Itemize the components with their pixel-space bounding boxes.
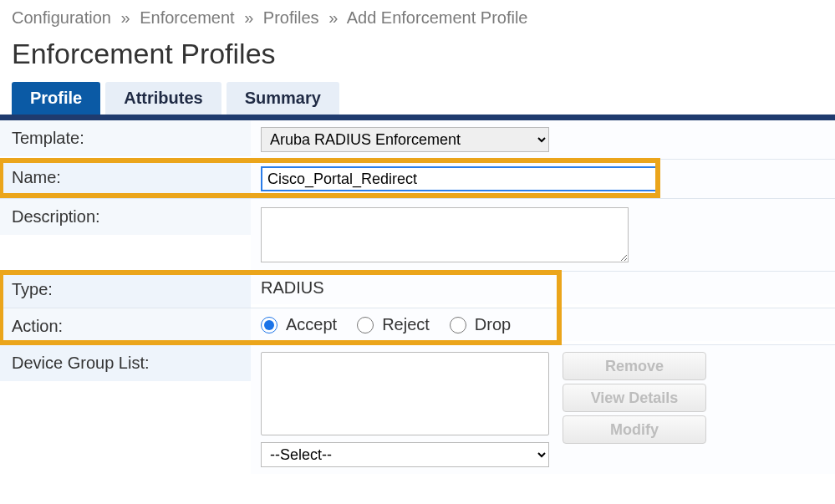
action-radio-accept[interactable]	[261, 317, 277, 333]
template-label: Template:	[0, 120, 251, 156]
row-name: Name:	[0, 160, 835, 199]
tabs: Profile Attributes Summary	[12, 82, 835, 115]
action-radio-drop[interactable]	[450, 317, 466, 333]
page-title: Enforcement Profiles	[0, 33, 835, 82]
breadcrumb-sep: »	[244, 8, 253, 27]
device-group-label: Device Group List:	[0, 345, 251, 381]
row-description: Description:	[0, 199, 835, 272]
name-label: Name:	[0, 160, 251, 196]
action-radio-drop-item[interactable]: Drop	[450, 315, 511, 334]
action-radio-group: Accept Reject Drop	[261, 315, 511, 334]
type-value: RADIUS	[261, 278, 324, 298]
action-radio-reject-item[interactable]: Reject	[357, 315, 430, 334]
breadcrumb-item: Add Enforcement Profile	[347, 8, 528, 27]
row-action: Action: Accept Reject Drop	[0, 308, 835, 345]
remove-button[interactable]: Remove	[563, 352, 706, 380]
action-radio-reject-label: Reject	[382, 315, 430, 334]
device-group-select[interactable]: --Select--	[261, 442, 549, 467]
action-radio-drop-label: Drop	[475, 315, 511, 334]
description-input[interactable]	[261, 207, 629, 262]
breadcrumb-item[interactable]: Enforcement	[140, 8, 234, 27]
tab-profile[interactable]: Profile	[12, 82, 100, 115]
row-template: Template: Aruba RADIUS Enforcement	[0, 120, 835, 160]
row-type: Type: RADIUS	[0, 272, 835, 308]
modify-button[interactable]: Modify	[563, 415, 706, 444]
name-input[interactable]	[261, 166, 657, 191]
description-label: Description:	[0, 199, 251, 235]
action-label: Action:	[0, 308, 251, 344]
device-group-listbox[interactable]	[261, 352, 549, 435]
action-radio-accept-label: Accept	[286, 315, 337, 334]
type-label: Type:	[0, 272, 251, 308]
template-select[interactable]: Aruba RADIUS Enforcement	[261, 127, 549, 152]
tab-attributes[interactable]: Attributes	[105, 82, 221, 115]
breadcrumb-item[interactable]: Configuration	[12, 8, 111, 27]
type-action-block: Type: RADIUS Action: Accept Reject	[0, 272, 835, 345]
profile-form: Template: Aruba RADIUS Enforcement Name:…	[0, 120, 835, 474]
action-radio-reject[interactable]	[357, 317, 374, 333]
view-details-button[interactable]: View Details	[563, 384, 706, 412]
breadcrumb-item[interactable]: Profiles	[263, 8, 319, 27]
breadcrumb: Configuration » Enforcement » Profiles »…	[0, 0, 835, 33]
breadcrumb-sep: »	[121, 8, 130, 27]
action-radio-accept-item[interactable]: Accept	[261, 315, 337, 334]
breadcrumb-sep: »	[328, 8, 338, 27]
row-device-group: Device Group List: --Select-- Remove Vie…	[0, 345, 835, 474]
tab-summary[interactable]: Summary	[227, 82, 339, 115]
